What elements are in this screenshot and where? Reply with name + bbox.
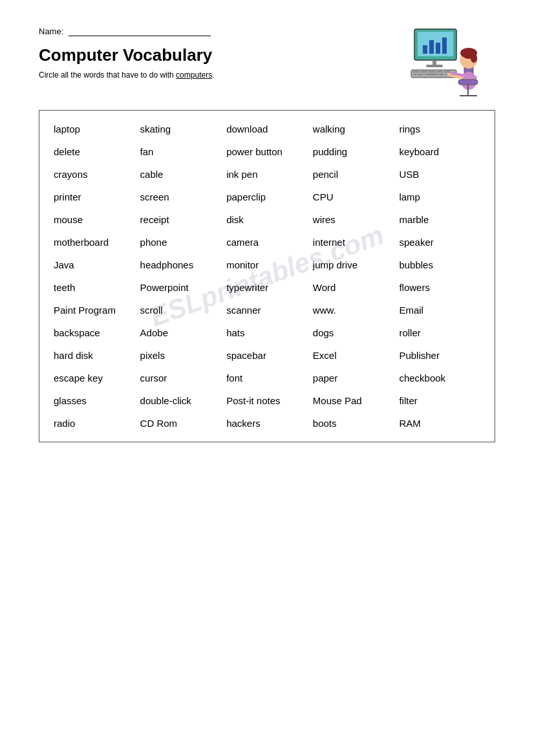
header-left: Name: Computer Vocabulary Circle all the… xyxy=(39,26,392,92)
word-cell: download xyxy=(225,121,309,137)
word-cell: ink pen xyxy=(225,166,309,182)
word-cell: keyboard xyxy=(398,144,482,160)
name-underline xyxy=(69,26,211,36)
word-cell: Mouse Pad xyxy=(312,393,396,409)
instructions-keyword: computers xyxy=(176,70,212,80)
word-grid-container: ESLprintables.com laptopskatingdownloadw… xyxy=(39,110,495,442)
svg-rect-2 xyxy=(423,45,427,54)
svg-rect-14 xyxy=(413,74,417,75)
page-header: Name: Computer Vocabulary Circle all the… xyxy=(39,26,495,103)
word-cell: pudding xyxy=(312,144,396,160)
word-cell: flowers xyxy=(398,279,482,296)
word-cell: radio xyxy=(52,415,136,431)
word-cell: escape key xyxy=(52,370,136,386)
word-cell: fan xyxy=(139,144,223,160)
word-cell: scanner xyxy=(225,302,309,318)
word-cell: marble xyxy=(398,211,482,228)
svg-rect-4 xyxy=(436,43,440,54)
svg-rect-5 xyxy=(442,38,447,54)
word-cell: roller xyxy=(398,325,482,341)
svg-rect-6 xyxy=(433,60,436,65)
svg-rect-10 xyxy=(421,71,427,72)
word-cell: CPU xyxy=(312,189,396,205)
word-cell: mouse xyxy=(52,211,136,228)
word-cell: Paint Program xyxy=(52,302,136,318)
svg-rect-12 xyxy=(436,71,443,72)
word-cell: skating xyxy=(139,121,223,137)
word-cell: camera xyxy=(225,234,309,250)
word-cell: pencil xyxy=(312,166,396,182)
word-cell: motherboard xyxy=(52,234,136,250)
svg-rect-7 xyxy=(426,65,443,67)
word-cell: pixels xyxy=(139,347,223,363)
word-cell: wires xyxy=(312,211,396,228)
word-cell: receipt xyxy=(139,211,223,228)
word-cell: spacebar xyxy=(225,347,309,363)
word-cell: power button xyxy=(225,144,309,160)
word-cell: Publisher xyxy=(398,347,482,363)
word-cell: Email xyxy=(398,302,482,318)
word-cell: Word xyxy=(312,279,396,296)
name-line: Name: xyxy=(39,26,392,36)
word-cell: CD Rom xyxy=(139,415,223,431)
word-cell: Excel xyxy=(312,347,396,363)
word-cell: jump drive xyxy=(312,257,396,273)
word-cell: hackers xyxy=(225,415,309,431)
word-cell: lamp xyxy=(398,189,482,205)
instructions-suffix: . xyxy=(212,70,214,80)
word-cell: boots xyxy=(312,415,396,431)
word-cell: Post-it notes xyxy=(225,393,309,409)
svg-rect-3 xyxy=(429,40,434,54)
word-cell: scroll xyxy=(139,302,223,318)
word-cell: delete xyxy=(52,144,136,160)
word-cell: printer xyxy=(52,189,136,205)
word-cell: phone xyxy=(139,234,223,250)
word-grid: laptopskatingdownloadwalkingringsdeletef… xyxy=(52,121,482,431)
word-cell: paperclip xyxy=(225,189,309,205)
word-cell: Powerpoint xyxy=(139,279,223,296)
word-cell: monitor xyxy=(225,257,309,273)
svg-rect-27 xyxy=(458,80,478,85)
word-cell: glasses xyxy=(52,393,136,409)
word-cell: cable xyxy=(139,166,223,182)
computer-illustration xyxy=(405,26,495,103)
word-cell: headphones xyxy=(139,257,223,273)
word-cell: hats xyxy=(225,325,309,341)
name-label: Name: xyxy=(39,27,63,36)
word-cell: font xyxy=(225,370,309,386)
word-cell: typewriter xyxy=(225,279,309,296)
svg-rect-16 xyxy=(425,74,438,75)
word-cell: RAM xyxy=(398,415,482,431)
word-cell: dogs xyxy=(312,325,396,341)
instructions: Circle all the words that have to do wit… xyxy=(39,70,392,80)
word-cell: teeth xyxy=(52,279,136,296)
word-cell: speaker xyxy=(398,234,482,250)
word-cell: USB xyxy=(398,166,482,182)
word-cell: checkbook xyxy=(398,370,482,386)
svg-rect-9 xyxy=(413,71,420,72)
svg-point-26 xyxy=(471,54,477,63)
svg-rect-13 xyxy=(444,71,451,72)
word-cell: hard disk xyxy=(52,347,136,363)
word-cell: screen xyxy=(139,189,223,205)
word-cell: backspace xyxy=(52,325,136,341)
word-cell: Adobe xyxy=(139,325,223,341)
page-title: Computer Vocabulary xyxy=(39,45,392,65)
word-cell: www. xyxy=(312,302,396,318)
word-cell: rings xyxy=(398,121,482,137)
word-cell: Java xyxy=(52,257,136,273)
instructions-prefix: Circle all the words that have to do wit… xyxy=(39,70,176,80)
word-cell: laptop xyxy=(52,121,136,137)
word-cell: bubbles xyxy=(398,257,482,273)
word-cell: paper xyxy=(312,370,396,386)
word-cell: double-click xyxy=(139,393,223,409)
word-cell: internet xyxy=(312,234,396,250)
svg-rect-15 xyxy=(418,74,423,75)
word-cell: crayons xyxy=(52,166,136,182)
svg-rect-11 xyxy=(429,71,435,72)
word-cell: disk xyxy=(225,211,309,228)
svg-rect-17 xyxy=(439,74,444,75)
word-cell: walking xyxy=(312,121,396,137)
word-cell: filter xyxy=(398,393,482,409)
word-cell: cursor xyxy=(139,370,223,386)
